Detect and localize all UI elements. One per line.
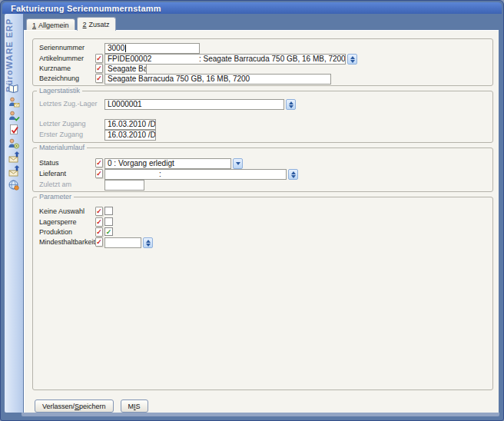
seriennummer-input[interactable]: 3000 <box>104 43 200 54</box>
bezeichnung-input[interactable]: Seagate Barracuda 750 GB, 16 MB, 7200 <box>104 74 331 85</box>
spinner-up-arrow <box>146 240 151 243</box>
mindesthaltbarkeit-label: Mindesthaltbarkeit <box>39 238 95 246</box>
kurzname-input[interactable]: Seagate Ba <box>104 64 147 75</box>
produktion-label: Produktion <box>39 228 72 236</box>
user-check-icon[interactable] <box>8 110 20 122</box>
status-combobox[interactable]: 0 : Vorgang erledigt <box>104 158 231 169</box>
spinner-down-arrow <box>350 60 355 63</box>
groupbox-parameter: Parameter Keine Auswahl ✓ Lagersperre ✓ … <box>32 197 493 390</box>
erster-zugang-input[interactable]: 16.03.2010 /Di <box>104 130 156 141</box>
artikelnummer-desc: : Seagate Barracuda 750 GB, 16 MB, 7200 <box>199 55 346 64</box>
tab-zusatz[interactable]: 2 Zusatz <box>77 17 116 31</box>
mindesthaltbarkeit-spinner[interactable] <box>143 237 153 248</box>
groupbox-materialumlauf-title: Materialumlauf <box>37 144 87 151</box>
zuletzt-am-label: Zuletzt am <box>39 181 71 188</box>
mail-upload-icon[interactable] <box>8 151 20 164</box>
spinner-down-arrow <box>291 175 296 178</box>
text-caret <box>125 45 126 52</box>
letztes-zug-lager-spinner[interactable] <box>286 99 296 110</box>
tab-zusatz-label: Zusatz <box>89 21 110 28</box>
field-verify-icon[interactable]: ✓ <box>95 169 103 178</box>
user-mail-icon[interactable] <box>8 96 20 108</box>
lagersperre-label: Lagersperre <box>39 218 77 226</box>
tab-zusatz-accel: 2 <box>83 21 87 28</box>
kurzname-label: Kurzname <box>39 65 71 72</box>
title-bar[interactable]: Fakturierung Seriennummernstamm <box>2 2 502 14</box>
lagersperre-checkbox[interactable] <box>104 217 113 226</box>
groupbox-parameter-title: Parameter <box>37 193 74 201</box>
mis-button[interactable]: MIS <box>121 399 148 413</box>
mail-upload-icon[interactable] <box>8 165 20 177</box>
field-verify-icon[interactable]: ✓ <box>95 74 103 83</box>
letzter-zugang-input[interactable]: 16.03.2010 /Di <box>104 119 156 130</box>
lieferant-label: Lieferant <box>39 170 66 177</box>
app-window: Fakturierung Seriennummernstamm BüroWARE… <box>0 0 504 421</box>
letztes-zug-lager-input[interactable]: L0000001 : <box>104 99 284 110</box>
document-check-icon[interactable] <box>8 124 20 136</box>
spinner-down-arrow <box>289 105 293 108</box>
tab-allgemein-accel: 1 <box>32 22 36 29</box>
globe-icon[interactable] <box>8 179 20 191</box>
tab-bar: 1 Allgemein 2 Zusatz <box>26 17 118 31</box>
user-gear-icon[interactable] <box>8 138 20 150</box>
lieferant-spinner[interactable] <box>288 169 298 180</box>
bezeichnung-label: Bezeichnung <box>39 75 79 82</box>
groupbox-lagerstatistik-title: Lagerstatistik <box>37 87 82 94</box>
groupbox-stammdaten: Seriennummer 3000 Artikelnummer ✓ FPIDE0… <box>32 38 493 86</box>
letztes-zug-lager-sep: : <box>136 100 138 109</box>
window-title: Fakturierung Seriennummernstamm <box>2 4 161 13</box>
field-verify-icon[interactable]: ✓ <box>95 217 103 227</box>
artikelnummer-input[interactable]: FPIDE00002 : Seagate Barracuda 750 GB, 1… <box>104 54 346 65</box>
spinner-up-arrow <box>289 101 293 104</box>
field-verify-icon[interactable]: ✓ <box>95 54 103 63</box>
field-verify-icon[interactable]: ✓ <box>95 207 103 216</box>
address-book-icon[interactable] <box>8 82 20 94</box>
status-label: Status <box>39 159 59 167</box>
status-dropdown-button[interactable] <box>233 158 243 169</box>
letztes-zug-lager-label: Letztes Zug.-Lager <box>39 100 98 108</box>
button-row: Verlassen/Speichern MIS <box>35 399 155 413</box>
window-bottom-strip <box>22 413 499 416</box>
spinner-down-arrow <box>146 244 151 247</box>
form-page: Seriennummer 3000 Artikelnummer ✓ FPIDE0… <box>24 30 499 413</box>
spinner-up-arrow <box>291 171 296 174</box>
field-verify-icon[interactable]: ✓ <box>95 227 103 237</box>
sidebar: BüroWARE ERP <box>5 14 23 413</box>
field-verify-icon[interactable]: ✓ <box>95 158 103 167</box>
field-verify-icon[interactable]: ✓ <box>95 64 103 73</box>
sidebar-toolbar <box>5 81 23 192</box>
dropdown-arrow <box>236 162 240 165</box>
mindesthaltbarkeit-input[interactable] <box>104 237 141 248</box>
seriennummer-label: Seriennummer <box>39 44 85 51</box>
artikelnummer-spinner[interactable] <box>347 54 357 65</box>
groupbox-lagerstatistik: Lagerstatistik Letztes Zug.-Lager L00000… <box>32 91 493 143</box>
verlassen-speichern-button[interactable]: Verlassen/Speichern <box>35 399 114 413</box>
field-verify-icon[interactable]: ✓ <box>95 237 103 247</box>
tab-allgemein-label: Allgemein <box>38 22 69 29</box>
keine-auswahl-label: Keine Auswahl <box>39 207 85 215</box>
lieferant-input[interactable]: : <box>104 169 287 180</box>
tab-allgemein[interactable]: 1 Allgemein <box>26 18 75 31</box>
zuletzt-am-input[interactable] <box>104 180 144 191</box>
groupbox-materialumlauf: Materialumlauf Status ✓ 0 : Vorgang erle… <box>32 148 493 192</box>
produktion-checkbox[interactable]: ✓ <box>104 227 113 236</box>
letzter-zugang-label: Letzter Zugang <box>39 120 86 128</box>
lieferant-sep: : <box>159 170 161 179</box>
artikelnummer-label: Artikelnummer <box>39 55 84 62</box>
erster-zugang-label: Erster Zugang <box>39 131 83 138</box>
keine-auswahl-checkbox[interactable] <box>104 207 113 215</box>
spinner-up-arrow <box>350 56 355 59</box>
